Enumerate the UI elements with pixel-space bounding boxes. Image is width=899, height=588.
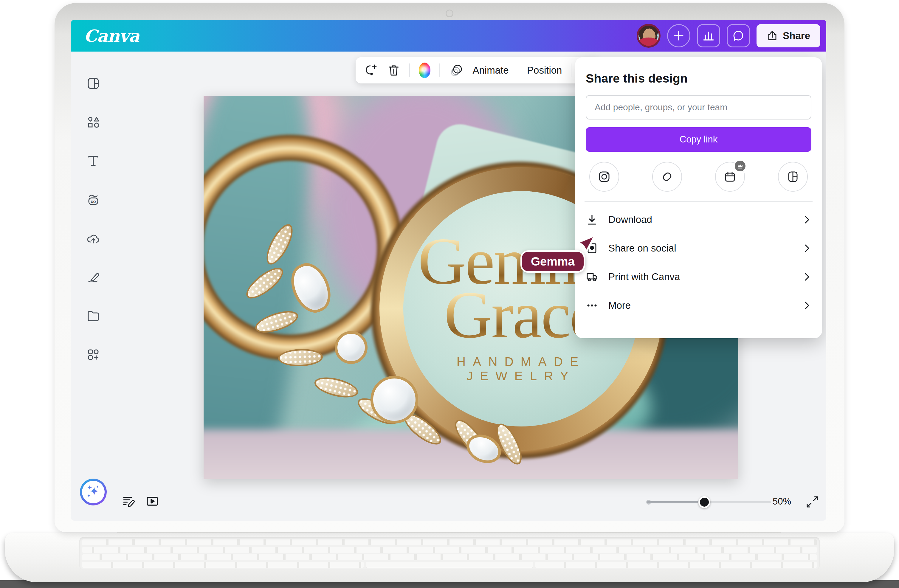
keyboard-row bbox=[82, 547, 817, 553]
avatar[interactable] bbox=[637, 24, 661, 48]
download-icon bbox=[586, 213, 598, 226]
menu-item-more[interactable]: More bbox=[586, 291, 811, 320]
chevron-right-icon bbox=[802, 244, 811, 253]
crown-icon bbox=[737, 163, 743, 169]
keyboard-row bbox=[82, 539, 817, 545]
print-truck-icon bbox=[586, 271, 598, 283]
collaborator-name-badge: Gemma bbox=[521, 250, 585, 273]
brand-template-icon bbox=[786, 170, 800, 184]
pro-badge bbox=[734, 159, 747, 173]
sidebar-item-elements[interactable] bbox=[86, 115, 101, 130]
share-panel-title: Share this design bbox=[586, 71, 811, 85]
share-button[interactable]: Share bbox=[757, 24, 820, 47]
present-button[interactable] bbox=[145, 494, 159, 508]
sidebar-item-design[interactable] bbox=[86, 76, 101, 91]
sidebar-item-brand[interactable]: co bbox=[86, 192, 101, 207]
position-button[interactable]: Position bbox=[527, 65, 562, 76]
color-wheel-icon[interactable] bbox=[419, 63, 430, 78]
add-member-button[interactable] bbox=[667, 24, 690, 47]
sidebar-item-uploads[interactable] bbox=[86, 231, 101, 246]
keyboard-row bbox=[82, 554, 817, 560]
invite-people-input[interactable] bbox=[586, 95, 811, 119]
fullscreen-button[interactable] bbox=[805, 495, 819, 509]
insights-button[interactable] bbox=[697, 24, 720, 47]
share-destinations-row bbox=[586, 152, 811, 201]
copy-link-button[interactable]: Copy link bbox=[586, 127, 811, 152]
laptop-mockup-scene: Canva bbox=[0, 0, 899, 588]
instagram-icon bbox=[597, 170, 611, 184]
sidebar-item-projects[interactable] bbox=[86, 309, 101, 323]
chevron-right-icon bbox=[802, 215, 811, 224]
zoom-control bbox=[647, 495, 771, 509]
content-planner-button[interactable] bbox=[715, 162, 745, 191]
zoom-percentage: 50% bbox=[772, 496, 791, 507]
share-panel: Share this design Copy link bbox=[575, 57, 822, 338]
canva-logo: Canva bbox=[84, 26, 139, 46]
ellipsis-icon bbox=[586, 299, 598, 312]
menu-item-label: Print with Canva bbox=[609, 271, 680, 282]
plus-icon bbox=[673, 30, 685, 42]
canva-assistant-button[interactable] bbox=[80, 478, 107, 505]
trash-icon[interactable] bbox=[387, 64, 400, 77]
webcam-icon bbox=[446, 9, 453, 17]
toolbar-divider bbox=[439, 63, 440, 77]
menu-item-label: More bbox=[609, 300, 631, 311]
share-upload-icon bbox=[767, 30, 778, 42]
toolbar-divider bbox=[409, 63, 410, 77]
comments-button[interactable] bbox=[727, 24, 750, 47]
menu-item-print-with-canva[interactable]: Print with Canva bbox=[586, 262, 811, 291]
laptop-base bbox=[5, 533, 894, 582]
sparkle-icon bbox=[84, 483, 102, 501]
spacebar-key bbox=[366, 562, 533, 568]
brand-tagline: HANDMADE JEWELRY bbox=[403, 355, 639, 383]
share-options-menu: Download Share on social bbox=[586, 202, 811, 320]
chevron-right-icon bbox=[802, 272, 811, 281]
toolbar-divider bbox=[571, 63, 572, 77]
menu-item-share-on-social[interactable]: Share on social bbox=[586, 234, 811, 262]
selection-toolbar: Animate Position bbox=[355, 57, 600, 83]
sidebar-item-draw[interactable] bbox=[86, 270, 101, 285]
zoom-slider-fill bbox=[647, 501, 704, 503]
copy-link-circle-button[interactable] bbox=[652, 162, 682, 191]
link-icon bbox=[660, 170, 674, 184]
zoom-slider-track[interactable] bbox=[647, 501, 771, 503]
menu-item-label: Share on social bbox=[609, 242, 676, 254]
insights-chart-icon bbox=[702, 29, 715, 42]
sidebar-item-apps[interactable] bbox=[86, 347, 101, 362]
editor-sidebar: co bbox=[71, 52, 116, 521]
keyboard-row bbox=[82, 562, 817, 568]
instagram-button[interactable] bbox=[589, 162, 619, 191]
toolbar-divider bbox=[518, 63, 518, 77]
zoom-slider-handle[interactable] bbox=[698, 496, 710, 508]
top-navigation-bar: Canva bbox=[71, 20, 826, 52]
svg-text:co: co bbox=[91, 199, 96, 204]
canva-app-window: Canva bbox=[71, 20, 826, 521]
animate-button[interactable]: Animate bbox=[473, 65, 508, 76]
chevron-right-icon bbox=[802, 301, 811, 310]
menu-item-label: Download bbox=[609, 214, 652, 225]
share-button-label: Share bbox=[783, 30, 810, 42]
content-planner-icon bbox=[723, 170, 737, 184]
brand-template-button[interactable] bbox=[778, 162, 808, 191]
animate-icon[interactable] bbox=[449, 63, 463, 78]
comment-add-icon[interactable] bbox=[365, 63, 378, 77]
menu-item-download[interactable]: Download bbox=[586, 205, 811, 234]
laptop-keyboard bbox=[79, 537, 820, 570]
comments-bubble-icon bbox=[732, 29, 745, 42]
notes-button[interactable] bbox=[122, 494, 135, 508]
sidebar-item-text[interactable] bbox=[86, 153, 101, 168]
